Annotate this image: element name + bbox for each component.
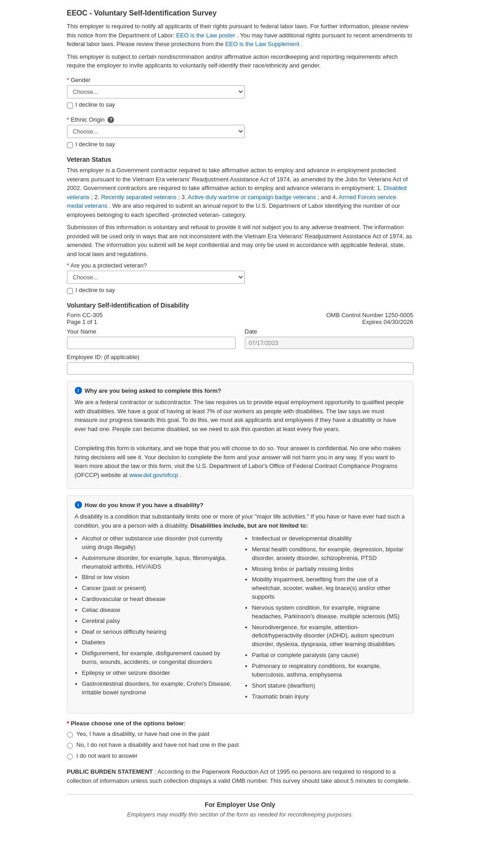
list-item: Cardiovascular or heart disease — [82, 595, 236, 604]
list-item: Neurodivergence, for example, attention-… — [252, 623, 406, 649]
employee-id-label: Employee ID: (if applicable) — [67, 354, 413, 360]
intro-section: This employer is required to notify all … — [67, 22, 413, 70]
veteran-decline-checkbox[interactable] — [67, 288, 73, 294]
list-item: Traumatic brain injury — [252, 693, 406, 701]
form-meta: Form CC-305 Page 1 of 1 OMB Control Numb… — [67, 312, 413, 325]
list-item: Blind or low vision — [82, 573, 236, 582]
gender-decline-row: I decline to say — [67, 101, 413, 110]
why-info-title: i Why are you being asked to complete th… — [75, 387, 406, 394]
page-title: EEOC - Voluntary Self-Identification Sur… — [67, 9, 413, 17]
ethnic-origin-label: Ethnic Origin ? — [67, 116, 413, 123]
gender-label: Gender — [67, 77, 413, 83]
disability-no-label[interactable]: No, I do not have a disability and have … — [77, 741, 239, 748]
option2-row: No, I do not have a disability and have … — [67, 741, 413, 750]
disability-list-right: Intellectual or developmental disability… — [245, 534, 406, 701]
ofccp-link[interactable]: www.dol.gov/ofccp — [129, 472, 178, 478]
list-item: Alcohol or other substance use disorder … — [82, 534, 236, 552]
disability-col-right: Intellectual or developmental disability… — [245, 534, 406, 703]
ethnic-decline-checkbox[interactable] — [67, 142, 73, 148]
disability-title: Voluntary Self-Identification of Disabil… — [67, 302, 413, 309]
gender-decline-checkbox[interactable] — [67, 103, 73, 108]
date-label: Date — [245, 328, 413, 335]
list-item: Missing limbs or partially missing limbs — [252, 565, 406, 574]
disability-na-radio[interactable] — [67, 754, 73, 760]
eeo-law-poster-link[interactable]: EEO is the Law poster — [176, 32, 235, 39]
date-col: Date — [245, 328, 413, 349]
list-item: Deaf or serious difficulty hearing — [82, 628, 236, 637]
eeo-supplement-link[interactable]: EEO is the Law Supplement — [225, 41, 299, 47]
disability-yes-radio[interactable] — [67, 732, 73, 738]
veteran-status-title: Veteran Status — [67, 156, 413, 163]
ethnic-origin-select[interactable]: Choose... Hispanic or Latino White Black… — [67, 125, 245, 138]
disability-na-label[interactable]: I do not want to answer — [77, 752, 138, 759]
date-input[interactable] — [245, 337, 413, 349]
public-burden-text: PUBLIC BURDEN STATEMENT : According to t… — [67, 767, 413, 785]
gender-select[interactable]: Choose... Male Female Non-binary Prefer … — [67, 85, 245, 98]
disability-list-left: Alcohol or other substance use disorder … — [75, 534, 236, 697]
your-name-input[interactable] — [67, 337, 236, 349]
list-item: Cancer (past or present) — [82, 584, 236, 593]
option1-row: Yes, I have a disability, or have had on… — [67, 730, 413, 739]
expires: Expires 04/30/2026 — [326, 318, 413, 325]
list-item: Intellectual or developmental disability — [252, 534, 406, 543]
disability-no-radio[interactable] — [67, 743, 73, 749]
why-paragraph-1: We are a federal contractor or subcontra… — [75, 398, 406, 433]
name-col: Your Name — [67, 328, 236, 349]
veteran-status-paragraph: This employer is a Government contractor… — [67, 166, 413, 219]
disability-yes-label[interactable]: Yes, I have a disability, or have had on… — [77, 730, 210, 737]
active-duty-link[interactable]: Active duty wartime or campaign badge ve… — [188, 194, 316, 200]
disability-col-left: Alcohol or other substance use disorder … — [75, 534, 236, 703]
why-paragraph-2: Completing this form is voluntary, and w… — [75, 444, 406, 479]
omb-control: OMB Control Number 1250-0005 — [326, 312, 413, 318]
form-meta-left: Form CC-305 Page 1 of 1 — [67, 312, 103, 325]
gender-section: Gender Choose... Male Female Non-binary … — [67, 77, 413, 110]
recently-separated-link[interactable]: Recently separated veterans — [101, 194, 176, 200]
option3-row: I do not want to answer — [67, 752, 413, 761]
why-info-icon: i — [75, 387, 82, 394]
disability-section: Voluntary Self-Identification of Disabil… — [67, 302, 413, 761]
how-info-title: i How do you know if you have a disabili… — [75, 501, 406, 508]
list-item: Cerebral palsy — [82, 617, 236, 626]
how-info-icon: i — [75, 501, 82, 508]
intro-paragraph-2: This employer is subject to certain nond… — [67, 52, 413, 70]
list-item: Partial or complete paralysis (any cause… — [252, 651, 406, 660]
disability-options-section: * Please choose one of the options below… — [67, 720, 413, 761]
your-name-label: Your Name — [67, 328, 236, 335]
disability-columns: Alcohol or other substance use disorder … — [75, 534, 406, 703]
veteran-status-section: Veteran Status This employer is a Govern… — [67, 156, 413, 295]
ethnic-decline-row: I decline to say — [67, 141, 413, 149]
page-info: Page 1 of 1 — [67, 318, 103, 325]
list-item: Mobility impairment, benefiting from the… — [252, 575, 406, 601]
disability-list: Alcohol or other substance use disorder … — [75, 534, 406, 703]
list-item: Short stature (dwarfism) — [252, 682, 406, 690]
gender-decline-label[interactable]: I decline to say — [76, 101, 115, 108]
how-paragraph-1: A disability is a condition that substan… — [75, 512, 406, 530]
intro-paragraph-1: This employer is required to notify all … — [67, 22, 413, 49]
ethnic-origin-help-icon[interactable]: ? — [108, 117, 114, 123]
veteran-status-paragraph2: Submission of this information is volunt… — [67, 223, 413, 258]
list-item: Epilepsy or other seizure disorder — [82, 669, 236, 678]
employee-id-row: Employee ID: (if applicable) — [67, 354, 413, 375]
list-item: Pulmonary or respiratory conditions, for… — [252, 662, 406, 679]
options-label: * Please choose one of the options below… — [67, 720, 413, 727]
list-item: Disfigurement, for example, disfiguremen… — [82, 649, 236, 667]
form-meta-right: OMB Control Number 1250-0005 Expires 04/… — [326, 312, 413, 325]
list-item: Gastrointestinal disorders, for example,… — [82, 680, 236, 697]
protected-veteran-label: Are you a protected veteran? — [67, 262, 413, 269]
ethnic-origin-section: Ethnic Origin ? Choose... Hispanic or La… — [67, 116, 413, 150]
employee-id-input[interactable] — [67, 362, 413, 375]
list-item: Celiac disease — [82, 606, 236, 615]
employer-section: For Employer Use Only Employers may modi… — [67, 794, 413, 818]
why-info-box: i Why are you being asked to complete th… — [67, 381, 413, 489]
list-item: Mental health conditions, for example, d… — [252, 545, 406, 563]
public-burden-title: PUBLIC BURDEN STATEMENT — [67, 768, 153, 775]
ethnic-decline-label[interactable]: I decline to say — [76, 141, 115, 148]
veteran-decline-row: I decline to say — [67, 287, 413, 295]
employer-subtitle: Employers may modify this section of the… — [67, 811, 413, 818]
list-item: Diabetes — [82, 638, 236, 647]
public-burden-section: PUBLIC BURDEN STATEMENT : According to t… — [67, 767, 413, 785]
protected-veteran-select[interactable]: Choose... Yes, I am a protected veteran … — [67, 271, 245, 284]
how-info-box: i How do you know if you have a disabili… — [67, 495, 413, 714]
list-item: Nervous system condition, for example, m… — [252, 604, 406, 621]
veteran-decline-label[interactable]: I decline to say — [76, 287, 115, 293]
